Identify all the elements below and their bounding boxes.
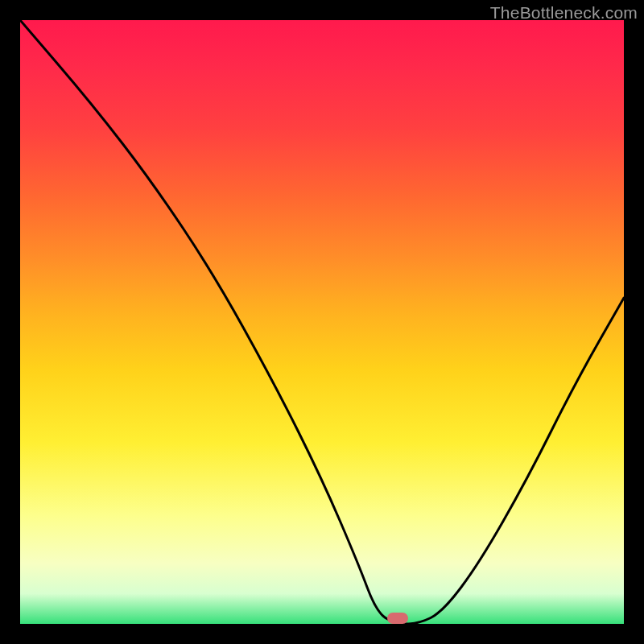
chart-frame: TheBottleneck.com bbox=[0, 0, 644, 644]
optimum-marker bbox=[387, 613, 408, 624]
bottleneck-curve bbox=[20, 20, 624, 624]
watermark-text: TheBottleneck.com bbox=[490, 3, 638, 23]
